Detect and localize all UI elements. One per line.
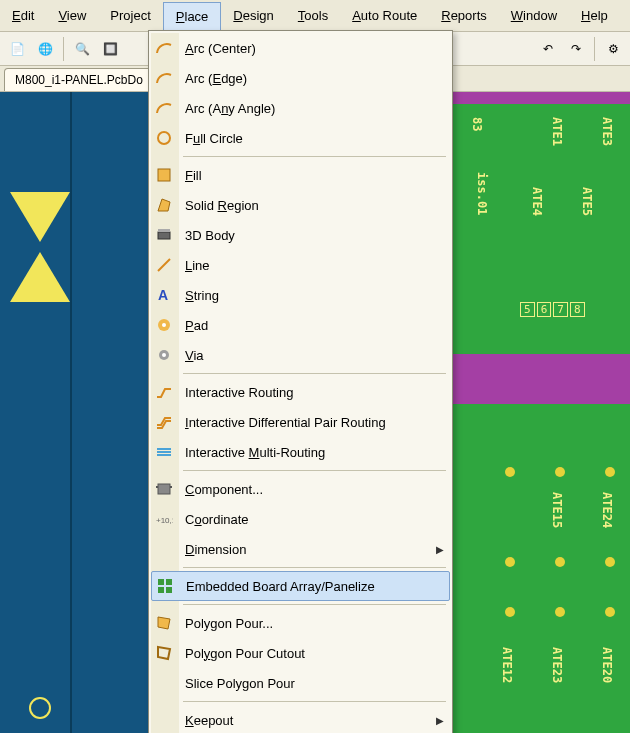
blank-icon — [153, 538, 175, 560]
menu-item-label: Fill — [185, 168, 444, 183]
menu-item-label: Full Circle — [185, 131, 444, 146]
menu-auto-route[interactable]: Auto Route — [340, 2, 429, 29]
svg-rect-24 — [156, 486, 158, 488]
menu-item-solid-region[interactable]: Solid Region — [151, 190, 450, 220]
svg-rect-16 — [158, 229, 170, 232]
svg-marker-14 — [158, 199, 170, 211]
embedded-icon — [154, 575, 176, 597]
svg-rect-30 — [166, 587, 172, 593]
menu-item-label: Arc (Center) — [185, 41, 444, 56]
menu-item-arc-center[interactable]: Arc (Center) — [151, 33, 450, 63]
component-icon — [153, 478, 175, 500]
menu-view[interactable]: View — [46, 2, 98, 29]
menu-item-via[interactable]: Via — [151, 340, 450, 370]
svg-point-7 — [555, 557, 565, 567]
svg-point-5 — [605, 467, 615, 477]
place-menu: Arc (Center)Arc (Edge)Arc (Any Angle)Ful… — [148, 30, 453, 733]
svg-marker-32 — [158, 647, 170, 659]
document-tab[interactable]: M800_i1-PANEL.PcbDo — [4, 68, 154, 91]
svg-rect-15 — [158, 232, 170, 239]
submenu-arrow-icon: ▶ — [436, 544, 444, 555]
menu-edit[interactable]: Edit — [0, 2, 46, 29]
svg-point-2 — [30, 698, 50, 718]
zoom-fit-icon: 🔲 — [103, 42, 118, 56]
svg-rect-27 — [158, 579, 164, 585]
svg-marker-1 — [10, 252, 70, 302]
toolbar-btn-3[interactable]: 🔍 — [69, 36, 95, 62]
arc-edge-icon — [153, 67, 175, 89]
silk-ref: iss.01 — [475, 172, 489, 215]
toolbar-undo[interactable]: ↶ — [535, 36, 561, 62]
menu-item-label: Interactive Multi-Routing — [185, 445, 444, 460]
origin-marker-icon — [10, 192, 70, 302]
menu-help[interactable]: Help — [569, 2, 620, 29]
via-icon — [153, 344, 175, 366]
menu-divider — [183, 567, 446, 568]
menu-divider — [183, 604, 446, 605]
silk-ref: ATE5 — [580, 187, 594, 216]
menu-item-label: Interactive Routing — [185, 385, 444, 400]
svg-point-8 — [605, 557, 615, 567]
menu-tools[interactable]: Tools — [286, 2, 340, 29]
menu-item-label: Via — [185, 348, 444, 363]
menu-item-fill[interactable]: Fill — [151, 160, 450, 190]
menu-item-polygon-pour[interactable]: Polygon Pour... — [151, 608, 450, 638]
toolbar-btn-4[interactable]: 🔲 — [97, 36, 123, 62]
menu-reports[interactable]: Reports — [429, 2, 499, 29]
toolbar-sep — [63, 37, 64, 61]
full-circle-icon — [153, 127, 175, 149]
menu-item-slice-polygon-pour[interactable]: Slice Polygon Pour — [151, 668, 450, 698]
menu-item-interactive-routing[interactable]: Interactive Routing — [151, 377, 450, 407]
pin-label: 5 — [520, 302, 535, 317]
menu-item-arc-any-angle[interactable]: Arc (Any Angle) — [151, 93, 450, 123]
pcb-board: 83 ATE1 ATE3 iss.01 ATE4 ATE5 5 6 7 8 AT… — [440, 92, 630, 733]
menu-item-coordinate[interactable]: +10,10Coordinate — [151, 504, 450, 534]
menu-item-string[interactable]: AString — [151, 280, 450, 310]
origin-circle-icon — [20, 693, 60, 723]
blank-icon — [153, 709, 175, 731]
menu-place[interactable]: Place — [163, 2, 222, 30]
menu-item-interactive-differential-pair-routing[interactable]: Interactive Differential Pair Routing — [151, 407, 450, 437]
menu-item-label: Arc (Edge) — [185, 71, 444, 86]
toolbar-btn-1[interactable]: 📄 — [4, 36, 30, 62]
zoom-icon: 🔍 — [75, 42, 90, 56]
menu-item-label: Slice Polygon Pour — [185, 676, 444, 691]
coordinate-icon: +10,10 — [153, 508, 175, 530]
menu-item-embedded-board-array-panelize[interactable]: Embedded Board Array/Panelize — [151, 571, 450, 601]
string-icon: A — [153, 284, 175, 306]
menu-item-line[interactable]: Line — [151, 250, 450, 280]
menu-item-3d-body[interactable]: 3D Body — [151, 220, 450, 250]
toolbar-btn-5[interactable]: ⚙ — [600, 36, 626, 62]
svg-point-20 — [162, 323, 166, 327]
menu-window[interactable]: Window — [499, 2, 569, 29]
menu-item-dimension[interactable]: Dimension▶ — [151, 534, 450, 564]
pin-label: 8 — [570, 302, 585, 317]
menu-item-label: String — [185, 288, 444, 303]
menu-item-arc-edge[interactable]: Arc (Edge) — [151, 63, 450, 93]
svg-text:A: A — [158, 287, 168, 303]
svg-rect-28 — [166, 579, 172, 585]
menu-divider — [183, 470, 446, 471]
menu-item-polygon-pour-cutout[interactable]: Polygon Pour Cutout — [151, 638, 450, 668]
svg-text:+10,10: +10,10 — [156, 516, 173, 525]
toolbar-redo[interactable]: ↷ — [563, 36, 589, 62]
svg-line-17 — [158, 259, 170, 271]
menu-item-label: Polygon Pour... — [185, 616, 444, 631]
open-icon: 📄 — [10, 42, 25, 56]
menu-item-pad[interactable]: Pad — [151, 310, 450, 340]
menu-item-keepout[interactable]: Keepout▶ — [151, 705, 450, 733]
menu-item-component[interactable]: Component... — [151, 474, 450, 504]
line-icon — [153, 254, 175, 276]
svg-rect-29 — [158, 587, 164, 593]
menu-item-label: Line — [185, 258, 444, 273]
poly-pour-icon — [153, 612, 175, 634]
pad-icon — [153, 314, 175, 336]
menu-item-interactive-multi-routing[interactable]: Interactive Multi-Routing — [151, 437, 450, 467]
pin-row: 5 6 7 8 — [520, 302, 585, 317]
toolbar-btn-2[interactable]: 🌐 — [32, 36, 58, 62]
menu-item-full-circle[interactable]: Full Circle — [151, 123, 450, 153]
undo-icon: ↶ — [543, 42, 553, 56]
menu-design[interactable]: Design — [221, 2, 285, 29]
route-icon — [153, 381, 175, 403]
menu-project[interactable]: Project — [98, 2, 162, 29]
